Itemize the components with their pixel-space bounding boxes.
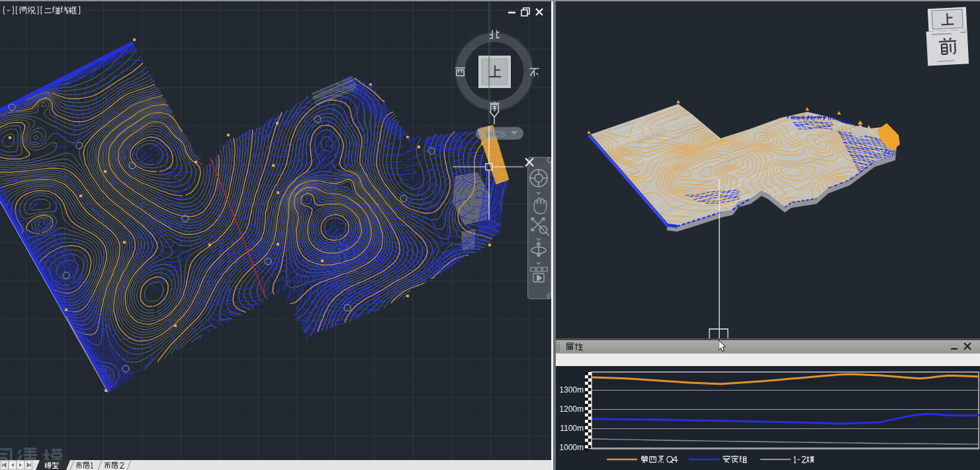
svg-text:WCS: WCS — [485, 129, 506, 139]
